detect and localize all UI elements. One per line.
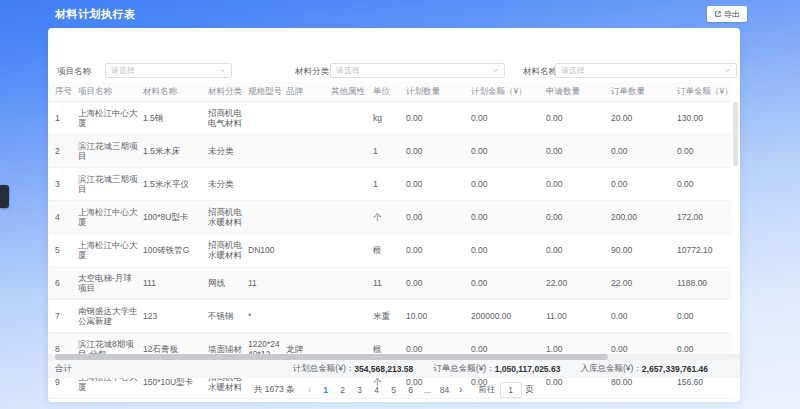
pager-ellipsis: ... [422, 385, 434, 395]
cell: 上海松江中心大厦 [78, 234, 143, 267]
page-title: 材料计划执行表 [55, 7, 136, 22]
cell: 1.5米木床 [143, 135, 208, 168]
table-row: 1上海松江中心大厦1.5钢招商机电 电气材料kg0.000.000.0020.0… [48, 102, 732, 135]
cell: 0.00 [406, 201, 471, 234]
chevron-down-icon [492, 67, 499, 74]
cell: 0.00 [406, 267, 471, 300]
export-icon [714, 10, 722, 18]
cell: 0.00 [471, 267, 546, 300]
cell [286, 168, 331, 201]
cell: 上海松江中心大厦 [78, 201, 143, 234]
cell: 网线 [208, 267, 248, 300]
planned-total-value: 354,568,213.58 [354, 364, 413, 374]
cell: 90.00 [611, 234, 677, 267]
cell: 0.00 [471, 102, 546, 135]
cell: 0.00 [677, 300, 732, 333]
cell [331, 234, 373, 267]
goto-page-input[interactable] [500, 382, 522, 398]
cell: 22.00 [546, 267, 611, 300]
cell: 根 [373, 234, 406, 267]
cell: 100铸铁管G [143, 234, 208, 267]
cell: 10772.10 [677, 234, 732, 267]
cell: 0.00 [406, 234, 471, 267]
cell [248, 135, 286, 168]
project-name-placeholder: 请选择 [111, 65, 135, 76]
cell: 20.00 [611, 102, 677, 135]
cell: 1.5米水平仪 [143, 168, 208, 201]
prev-page-button[interactable]: ‹ [305, 385, 315, 395]
material-name-placeholder: 请选择 [561, 65, 585, 76]
column-header: 品牌 [286, 82, 331, 102]
cell: 0.00 [546, 135, 611, 168]
cell: 米重 [373, 300, 406, 333]
goto-suffix-label: 页 [526, 384, 535, 396]
cell [286, 267, 331, 300]
cell [286, 300, 331, 333]
cell: 2 [48, 135, 78, 168]
cell: 3 [48, 168, 78, 201]
pager-page[interactable]: 5 [388, 385, 400, 395]
app-window: 材料计划执行表 导出 项目名称 请选择 材料分类 请选择 材料名称 请选择 [0, 0, 800, 409]
next-page-button[interactable]: › [456, 385, 466, 395]
inbound-total-value: 2,657,339,761.46 [642, 364, 708, 374]
cell: 5 [48, 234, 78, 267]
cell: 0.00 [406, 168, 471, 201]
column-header: 材料名称 [143, 82, 208, 102]
material-name-select[interactable]: 请选择 [555, 63, 737, 78]
project-name-select[interactable]: 请选择 [105, 63, 232, 78]
cell: kg [373, 102, 406, 135]
summary-totals: 计划总金额(¥)： 354,568,213.58 订单总金额(¥)： 1,050… [293, 363, 708, 375]
cell: 11.00 [546, 300, 611, 333]
pagination-total-text: 共 1673 条 [254, 384, 295, 396]
column-header: 订单金额（¥） [677, 82, 732, 102]
vertical-scrollbar-thumb[interactable] [733, 102, 738, 166]
column-header: 材料分类 [208, 82, 248, 102]
pager-page[interactable]: 84 [439, 385, 451, 395]
export-button[interactable]: 导出 [707, 6, 747, 22]
cell [331, 135, 373, 168]
cell: 0.00 [546, 102, 611, 135]
table-header-row: 序号项目名称材料名称材料分类规格型号品牌其他属性单位计划数量计划金额（¥）申请数… [48, 82, 732, 102]
sidebar-toggle-handle[interactable] [0, 185, 9, 208]
cell: 招商机电 水暖材料 [208, 234, 248, 267]
pager-page[interactable]: 1 [320, 385, 332, 395]
chevron-down-icon [724, 67, 731, 74]
cell: 0.00 [471, 234, 546, 267]
cell: 22.00 [611, 267, 677, 300]
order-total-value: 1,050,117,025.63 [495, 364, 561, 374]
cell: 0.00 [611, 135, 677, 168]
cell [331, 168, 373, 201]
column-header: 规格型号 [248, 82, 286, 102]
pager-page[interactable]: 4 [371, 385, 383, 395]
cell: 7 [48, 300, 78, 333]
pager-page[interactable]: 3 [354, 385, 366, 395]
cell: 0.00 [546, 234, 611, 267]
table-row: 2滨江花城三期项目1.5米木床未分类10.000.000.000.000.00 [48, 135, 732, 168]
cell: 1.5钢 [143, 102, 208, 135]
vertical-scrollbar[interactable] [733, 102, 738, 352]
cell: 111 [143, 267, 208, 300]
pager-page[interactable]: 6 [405, 385, 417, 395]
material-category-placeholder: 请选择 [336, 65, 360, 76]
summary-label: 合计 [55, 363, 72, 375]
column-header: 计划数量 [406, 82, 471, 102]
cell: 未分类 [208, 135, 248, 168]
column-header: 订单数量 [611, 82, 677, 102]
cell: 个 [373, 201, 406, 234]
content-card: 项目名称 请选择 材料分类 请选择 材料名称 请选择 搜索 清空搜索 序号项目名… [48, 28, 740, 402]
material-category-select[interactable]: 请选择 [330, 63, 505, 78]
table-row: 3滨江花城三期项目1.5米水平仪未分类10.000.000.000.000.00 [48, 168, 732, 201]
summary-bar: 合计 计划总金额(¥)： 354,568,213.58 订单总金额(¥)： 1,… [48, 360, 740, 378]
planned-total-label: 计划总金额(¥)： [293, 363, 354, 375]
cell: * [248, 300, 286, 333]
cell: 0.00 [406, 135, 471, 168]
cell: 招商机电 水暖材料 [208, 201, 248, 234]
column-header: 其他属性 [331, 82, 373, 102]
cell: 100*8U型卡 [143, 201, 208, 234]
materials-table: 序号项目名称材料名称材料分类规格型号品牌其他属性单位计划数量计划金额（¥）申请数… [48, 82, 732, 399]
cell: 1188.00 [677, 267, 732, 300]
cell: 11 [373, 267, 406, 300]
cell: 不锈钢 [208, 300, 248, 333]
cell: 10.00 [406, 300, 471, 333]
pager-page[interactable]: 2 [337, 385, 349, 395]
